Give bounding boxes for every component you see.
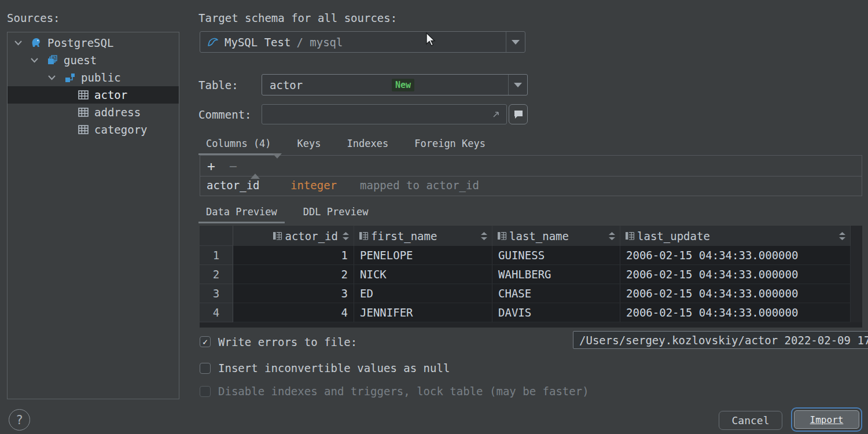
chevron-down-icon[interactable]	[46, 75, 57, 80]
comment-bubble-icon	[513, 109, 524, 119]
move-down-button	[266, 159, 288, 174]
chevron-down-icon	[514, 83, 522, 87]
grid-header-row: actor_id first_name last_name last_updat…	[200, 226, 862, 246]
dropdown-arrow-button[interactable]	[506, 32, 525, 52]
move-up-button	[244, 159, 266, 174]
target-schema-combobox[interactable]: MySQL Test / mysql	[200, 31, 525, 53]
tree-item-address[interactable]: address	[8, 104, 179, 121]
column-mapping-row[interactable]: actor_id integer mapped to actor_id	[200, 176, 862, 196]
table-icon	[78, 106, 89, 118]
import-button[interactable]: Import	[794, 410, 859, 429]
cell-first-name[interactable]: ED	[354, 284, 492, 303]
disable-indexes-label: Disable indexes and triggers, lock table…	[218, 385, 589, 398]
tab-data-preview[interactable]: Data Preview	[198, 204, 285, 223]
row-number[interactable]: 3	[200, 284, 233, 303]
cancel-button[interactable]: Cancel	[719, 411, 782, 430]
cell-first-name[interactable]: NICK	[354, 265, 492, 284]
cell-last-update[interactable]: 2006-02-15 04:34:33.000000	[620, 284, 851, 303]
sources-label: Sources:	[7, 12, 60, 24]
tree-item-label: address	[94, 106, 141, 119]
insert-null-label[interactable]: Insert inconvertible values as null	[218, 362, 450, 374]
tree-item-label: guest	[64, 54, 97, 67]
sort-icon[interactable]	[343, 232, 349, 240]
database-icon	[47, 54, 58, 66]
column-header-last-update[interactable]: last_update	[620, 226, 851, 246]
comment-bubble-button[interactable]	[509, 104, 528, 124]
row-number[interactable]: 1	[200, 246, 233, 265]
column-header-label: actor_id	[285, 230, 338, 242]
cell-first-name[interactable]: JENNIFER	[354, 303, 492, 322]
postgresql-icon	[31, 37, 42, 49]
insert-null-checkbox[interactable]	[200, 363, 211, 374]
cell-last-update[interactable]: 2006-02-15 04:34:33.000000	[620, 246, 851, 265]
cell-actor-id[interactable]: 4	[233, 303, 354, 322]
table-row: 2 2 NICK WAHLBERG 2006-02-15 04:34:33.00…	[200, 265, 862, 284]
mysql-icon	[207, 36, 219, 49]
expand-icon[interactable]	[491, 110, 501, 119]
table-row: 4 4 JENNIFER DAVIS 2006-02-15 04:34:33.0…	[200, 303, 862, 322]
comment-label: Comment:	[198, 108, 252, 121]
cell-last-update[interactable]: 2006-02-15 04:34:33.000000	[620, 265, 851, 284]
column-header-first-name[interactable]: first_name	[354, 226, 492, 246]
row-number-header	[200, 226, 233, 246]
tab-indexes[interactable]: Indexes	[340, 135, 396, 155]
tab-ddl-preview[interactable]: DDL Preview	[296, 204, 376, 223]
tab-columns[interactable]: Columns (4)	[198, 135, 279, 155]
tree-item-guest[interactable]: guest	[8, 52, 179, 69]
error-file-path-input[interactable]: /Users/sergey.kozlovskiy/actor_2022-02-0…	[573, 331, 868, 349]
tree-item-label: actor	[94, 89, 127, 101]
comment-input[interactable]	[262, 104, 507, 124]
columns-toolbar: + −	[200, 155, 862, 176]
cell-last-update[interactable]: 2006-02-15 04:34:33.000000	[620, 303, 851, 322]
tree-item-label: PostgreSQL	[47, 36, 113, 49]
new-badge: New	[392, 79, 414, 91]
table-icon	[78, 124, 89, 135]
table-icon	[78, 89, 89, 101]
tab-keys[interactable]: Keys	[290, 135, 329, 155]
write-errors-label[interactable]: Write errors to file:	[218, 336, 357, 348]
chevron-down-icon[interactable]	[12, 41, 24, 46]
chevron-down-icon[interactable]	[28, 58, 40, 63]
tree-item-label: category	[94, 123, 148, 136]
chevron-down-icon	[512, 40, 520, 45]
table-name-combobox[interactable]: actor New	[262, 74, 528, 95]
write-errors-checkbox[interactable]: ✓	[200, 336, 211, 347]
table-row: 1 1 PENELOPE GUINESS 2006-02-15 04:34:33…	[200, 246, 862, 265]
cell-actor-id[interactable]: 3	[233, 284, 354, 303]
remove-column-button: −	[222, 159, 244, 174]
cell-last-name[interactable]: CHASE	[492, 284, 620, 303]
tree-item-actor[interactable]: actor	[8, 86, 179, 104]
add-column-button[interactable]: +	[200, 159, 222, 174]
column-header-last-name[interactable]: last_name	[492, 226, 620, 246]
column-type: integer	[290, 179, 337, 192]
tree-item-category[interactable]: category	[8, 121, 179, 138]
table-scrollbar[interactable]	[851, 226, 862, 322]
cell-last-name[interactable]: GUINESS	[492, 246, 620, 265]
dropdown-arrow-button[interactable]	[508, 75, 527, 95]
cell-last-name[interactable]: WAHLBERG	[492, 265, 620, 284]
cell-actor-id[interactable]: 1	[233, 246, 354, 265]
cell-actor-id[interactable]: 2	[233, 265, 354, 284]
row-number[interactable]: 2	[200, 265, 233, 284]
preview-tabs: Data Preview DDL Preview	[198, 204, 387, 222]
tree-item-public[interactable]: public	[8, 69, 179, 86]
write-errors-option: ✓ Write errors to file: /Users/sergey.ko…	[200, 333, 862, 351]
column-header-actor-id[interactable]: actor_id	[233, 226, 354, 246]
row-number[interactable]: 4	[200, 303, 233, 322]
column-grid-icon	[273, 231, 282, 241]
column-header-label: last_update	[637, 230, 710, 242]
tree-item-postgresql[interactable]: PostgreSQL	[8, 34, 179, 52]
cell-last-name[interactable]: DAVIS	[492, 303, 620, 322]
column-name: actor_id	[207, 179, 260, 192]
table-label: Table:	[198, 79, 238, 91]
help-button[interactable]: ?	[9, 409, 30, 431]
column-header-label: first_name	[371, 230, 437, 242]
sort-icon[interactable]	[839, 232, 845, 240]
disable-indexes-checkbox	[200, 386, 211, 397]
cell-first-name[interactable]: PENELOPE	[354, 246, 492, 265]
table-bottom-edge	[200, 322, 862, 328]
question-mark-icon: ?	[16, 413, 23, 427]
sort-icon[interactable]	[609, 232, 615, 240]
tab-foreign-keys[interactable]: Foreign Keys	[407, 135, 493, 155]
sort-icon[interactable]	[481, 232, 487, 240]
